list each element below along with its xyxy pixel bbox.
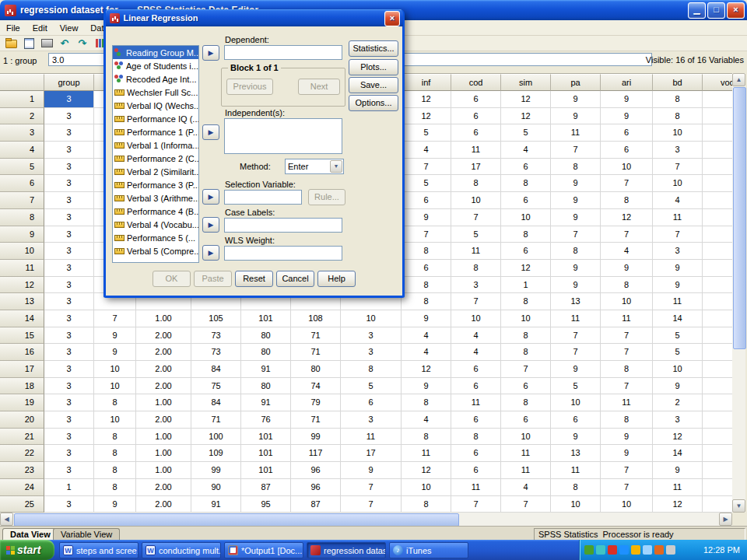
cell[interactable]: 6 <box>501 243 551 260</box>
cell[interactable]: 6 <box>501 192 551 209</box>
row-header[interactable]: 7 <box>0 192 44 209</box>
cell[interactable]: 10 <box>601 496 653 513</box>
column-header-cod[interactable]: cod <box>451 74 501 91</box>
cell[interactable]: 3 <box>44 378 94 395</box>
cell[interactable]: 2.00 <box>136 344 191 361</box>
cell[interactable]: 12 <box>501 108 551 125</box>
variable-item[interactable]: Performance 5 (... <box>113 231 198 244</box>
cell[interactable]: 80 <box>241 327 291 345</box>
cell[interactable]: 11 <box>601 310 653 327</box>
cell[interactable]: 7 <box>653 226 703 243</box>
cell[interactable]: 5 <box>653 344 703 361</box>
wls-arrow-button[interactable]: ▶ <box>202 245 219 261</box>
cell[interactable]: 3 <box>44 142 94 159</box>
cell[interactable]: 11 <box>601 394 653 411</box>
open-icon[interactable] <box>2 37 19 51</box>
cell[interactable]: 9 <box>551 429 601 446</box>
cell[interactable]: 14 <box>653 310 703 327</box>
cell[interactable]: 3 <box>653 142 703 159</box>
cell[interactable]: 3 <box>44 462 94 479</box>
cell[interactable]: 7 <box>94 310 136 327</box>
cell[interactable]: 1.00 <box>136 462 191 479</box>
cell[interactable]: 3 <box>653 411 703 429</box>
selection-variable-field[interactable] <box>224 190 302 205</box>
cell[interactable]: 6 <box>551 411 601 429</box>
cell[interactable]: 9 <box>551 175 601 192</box>
cell[interactable]: 1.00 <box>136 429 191 446</box>
cell[interactable]: 10 <box>551 394 601 411</box>
tray-icon-7[interactable] <box>654 545 664 555</box>
cell[interactable]: 17 <box>451 159 501 176</box>
variable-item[interactable]: Verbal IQ (Wechs... <box>113 99 198 112</box>
cell[interactable] <box>703 209 732 226</box>
cell[interactable]: 99 <box>191 462 241 479</box>
cell[interactable]: 11 <box>341 429 402 446</box>
reset-button[interactable]: Reset <box>235 271 273 287</box>
cell[interactable]: 7 <box>451 293 501 310</box>
cell[interactable]: 7 <box>653 159 703 176</box>
cell[interactable]: 3 <box>653 243 703 260</box>
scroll-right-button[interactable]: ▶ <box>719 513 732 526</box>
cell[interactable]: 5 <box>653 327 703 345</box>
cell[interactable]: 3 <box>44 226 94 243</box>
cell[interactable]: 6 <box>451 361 501 378</box>
cell[interactable]: 80 <box>291 361 341 378</box>
start-button[interactable]: start <box>0 540 54 560</box>
row-header[interactable]: 17 <box>0 361 44 378</box>
cell[interactable]: 6 <box>402 192 451 209</box>
cell[interactable]: 8 <box>402 277 451 294</box>
cell[interactable]: 3 <box>44 411 94 429</box>
cell[interactable]: 87 <box>291 496 341 513</box>
dependent-arrow-button[interactable]: ▶ <box>202 45 219 61</box>
row-header[interactable]: 19 <box>0 394 44 411</box>
column-header-voc[interactable]: voc <box>703 74 732 91</box>
rule-button[interactable]: Rule... <box>308 189 345 205</box>
cell[interactable]: 3 <box>44 159 94 176</box>
menu-edit[interactable]: Edit <box>26 21 54 35</box>
row-header[interactable]: 23 <box>0 462 44 479</box>
recall-dialog-icon[interactable] <box>20 37 37 51</box>
cell[interactable]: 101 <box>241 445 291 462</box>
cell[interactable]: 9 <box>601 429 653 446</box>
dependent-field[interactable] <box>224 45 342 60</box>
cell[interactable]: 2.00 <box>136 378 191 395</box>
case-labels-arrow-button[interactable]: ▶ <box>202 217 219 233</box>
variable-item[interactable]: Verbal 4 (Vocabu... <box>113 218 198 231</box>
row-header[interactable]: 12 <box>0 277 44 294</box>
menu-view[interactable]: View <box>54 21 85 35</box>
variable-item[interactable]: Performance 3 (P... <box>113 178 198 191</box>
cell[interactable]: 4 <box>653 192 703 209</box>
cell[interactable]: 96 <box>291 462 341 479</box>
cell[interactable]: 7 <box>601 378 653 395</box>
cell[interactable]: 9 <box>551 260 601 277</box>
cell[interactable] <box>703 496 732 513</box>
cell[interactable] <box>703 411 732 429</box>
row-header[interactable]: 14 <box>0 310 44 327</box>
cell[interactable] <box>703 462 732 479</box>
cell[interactable]: 11 <box>551 462 601 479</box>
tray-icon-2[interactable] <box>596 545 605 555</box>
options-button[interactable]: Options... <box>349 95 398 111</box>
cell[interactable]: 3 <box>341 344 402 361</box>
cell[interactable]: 5 <box>451 226 501 243</box>
cell[interactable]: 6 <box>501 378 551 395</box>
cell[interactable]: 11 <box>653 293 703 310</box>
cell[interactable]: 3 <box>44 394 94 411</box>
variable-item[interactable]: Performance IQ (... <box>113 112 198 125</box>
cell[interactable]: 3 <box>341 411 402 429</box>
cell[interactable]: 9 <box>601 260 653 277</box>
cell[interactable]: 9 <box>94 496 136 513</box>
tray-icon-1[interactable] <box>584 545 594 555</box>
taskbar-item[interactable]: regression datas... <box>307 542 386 558</box>
cell[interactable]: 10 <box>653 124 703 142</box>
cell[interactable]: 9 <box>551 91 601 108</box>
cell[interactable]: 11 <box>451 142 501 159</box>
cell[interactable]: 9 <box>551 192 601 209</box>
cell[interactable]: 9 <box>601 108 653 125</box>
cell[interactable]: 9 <box>551 277 601 294</box>
column-header-inf[interactable]: inf <box>402 74 451 91</box>
cell[interactable]: 2.00 <box>136 327 191 345</box>
cell[interactable]: 11 <box>451 394 501 411</box>
cell[interactable]: 7 <box>551 142 601 159</box>
cell[interactable]: 7 <box>551 344 601 361</box>
